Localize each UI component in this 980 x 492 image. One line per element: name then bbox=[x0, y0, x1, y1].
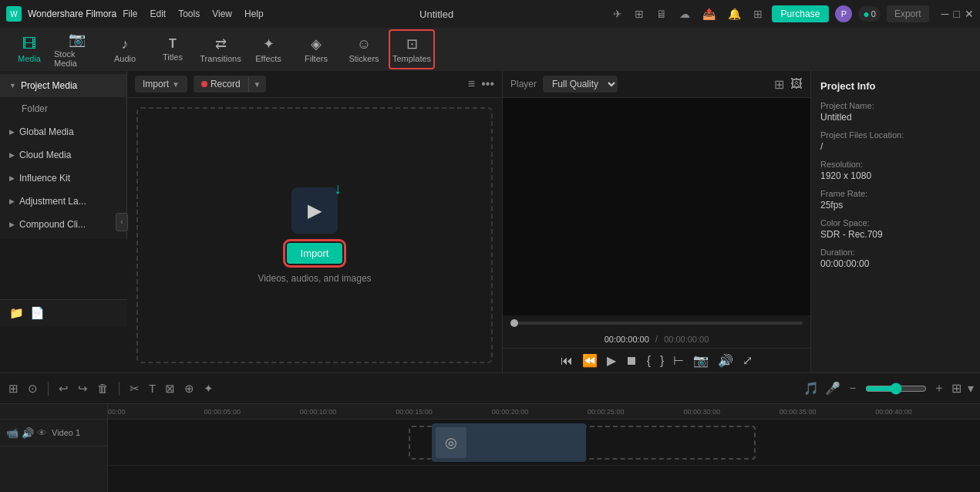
export-button[interactable]: Export bbox=[887, 5, 929, 22]
timeline-track-content: ◎ Drag and drop media and effects here t… bbox=[108, 420, 980, 492]
zoom-out-button[interactable]: － bbox=[847, 380, 859, 396]
sidebar-item-global-media[interactable]: ▶ Global Media bbox=[0, 120, 126, 143]
sidebar-folder-label: Folder bbox=[22, 103, 48, 114]
tool-effects[interactable]: ✦ Effects bbox=[245, 29, 291, 69]
templates-icon[interactable]: ⊞ bbox=[631, 6, 647, 22]
project-info-title: Project Info bbox=[820, 80, 971, 92]
stop-button[interactable]: ⏹ bbox=[625, 354, 638, 368]
tool-stickers[interactable]: ☺ Stickers bbox=[341, 29, 387, 69]
menu-tools[interactable]: Tools bbox=[178, 8, 200, 19]
timeline-area: ⊞ ⊙ ↩ ↪ 🗑 ✂ T ⊠ ⊕ ✦ 🎵 🎤 － ＋ ⊞ ▾ 📹 bbox=[0, 372, 980, 492]
audio-btn[interactable]: 🔊 bbox=[718, 353, 733, 368]
track-clip[interactable]: ◎ bbox=[432, 423, 586, 462]
menu-file[interactable]: File bbox=[123, 8, 137, 19]
menu-edit[interactable]: Edit bbox=[150, 8, 167, 19]
player-timeline-bar bbox=[503, 315, 810, 331]
voiceover-button[interactable]: 🎤 bbox=[825, 381, 840, 396]
filter-sort-button[interactable]: ≡ bbox=[468, 77, 475, 91]
tool-transitions[interactable]: ⇄ Transitions bbox=[197, 29, 244, 69]
audio-meter-button[interactable]: 🎵 bbox=[803, 381, 819, 396]
track-label-name: Video 1 bbox=[52, 428, 80, 437]
import-center-button[interactable]: Import bbox=[287, 243, 343, 264]
tool-filters[interactable]: ◈ Filters bbox=[293, 29, 339, 69]
zoom-in-button[interactable]: ＋ bbox=[933, 380, 945, 396]
toolbar-separator bbox=[48, 382, 49, 396]
hide-track-icon[interactable]: 👁 bbox=[37, 427, 47, 439]
sidebar-project-media-label: Project Media bbox=[21, 80, 77, 91]
tool-titles[interactable]: T Titles bbox=[150, 29, 196, 69]
more-options-button[interactable]: ••• bbox=[481, 77, 494, 91]
delete-button[interactable]: 🗑 bbox=[95, 379, 111, 397]
sidebar-item-project-media[interactable]: ▼ Project Media bbox=[0, 74, 126, 97]
skip-back-button[interactable]: ⏮ bbox=[561, 354, 573, 368]
scene-detect-button[interactable]: ⊞ bbox=[6, 379, 21, 398]
mute-track-icon[interactable]: 🔊 bbox=[22, 427, 34, 439]
minimize-icon[interactable]: ─ bbox=[941, 8, 949, 20]
snapshot-button[interactable]: 📷 bbox=[693, 353, 709, 368]
sidebar-item-cloud-media[interactable]: ▶ Cloud Media bbox=[0, 143, 126, 167]
project-resolution-row: Resolution: 1920 x 1080 bbox=[820, 160, 971, 181]
purchase-button[interactable]: Purchase bbox=[772, 5, 830, 22]
tool-filters-label: Filters bbox=[305, 54, 328, 63]
lock-track-icon[interactable]: 📹 bbox=[6, 427, 19, 439]
quality-select[interactable]: Full Quality bbox=[543, 76, 618, 93]
mark-in-button[interactable]: { bbox=[647, 354, 651, 368]
undo-button[interactable]: ↩ bbox=[56, 379, 71, 398]
import-subtitle: Videos, audios, and images bbox=[258, 273, 371, 284]
dots-icon[interactable]: ⊞ bbox=[750, 6, 766, 22]
zoom-slider[interactable] bbox=[865, 382, 927, 395]
grid-view-button[interactable]: ⊞ bbox=[951, 381, 961, 396]
tool-stock-media[interactable]: 📷 Stock Media bbox=[54, 29, 100, 69]
timeline-ruler[interactable]: 00:00 00:00:05:00 00:00:10:00 00:00:15:0… bbox=[108, 404, 980, 420]
cut-button[interactable]: ✂ bbox=[127, 379, 142, 398]
media-drop-zone[interactable]: ↓ ▶ Import Videos, audios, and images bbox=[136, 107, 493, 363]
player-grid-button[interactable]: ⊞ bbox=[774, 77, 784, 92]
ruler-mark-2: 00:00:10:00 bbox=[300, 408, 337, 416]
share-icon[interactable]: ✈ bbox=[610, 6, 625, 22]
player-image-button[interactable]: 🖼 bbox=[790, 77, 803, 91]
project-colorspace-row: Color Space: SDR - Rec.709 bbox=[820, 218, 971, 240]
play-button[interactable]: ▶ bbox=[607, 353, 616, 368]
frame-back-button[interactable]: ⏪ bbox=[582, 353, 598, 368]
more-options-button[interactable]: ▾ bbox=[968, 381, 974, 396]
track-icons: 📹 🔊 👁 bbox=[6, 427, 47, 439]
tool-stock-media-label: Stock Media bbox=[54, 49, 100, 68]
cloud-icon[interactable]: ☁ bbox=[676, 6, 693, 22]
sidebar: ▼ Project Media Folder ▶ Global Media ▶ … bbox=[0, 71, 127, 239]
project-resolution-value: 1920 x 1080 bbox=[820, 170, 971, 181]
ai-button[interactable]: ⊕ bbox=[182, 379, 197, 398]
tool-audio[interactable]: ♪ Audio bbox=[102, 29, 148, 69]
speed-button[interactable]: ✦ bbox=[201, 379, 216, 398]
player-progress-bar[interactable] bbox=[510, 322, 803, 325]
record-button[interactable]: Record bbox=[194, 76, 248, 93]
close-icon[interactable]: ✕ bbox=[965, 8, 974, 20]
notif-icon[interactable]: 🔔 bbox=[725, 6, 744, 22]
menu-help[interactable]: Help bbox=[244, 8, 264, 19]
sidebar-item-adjustment[interactable]: ▶ Adjustment La... bbox=[0, 190, 126, 213]
tool-media[interactable]: 🎞 Media bbox=[6, 29, 52, 69]
monitor-icon[interactable]: 🖥 bbox=[653, 6, 670, 22]
profile-avatar[interactable]: P bbox=[835, 5, 852, 22]
record-chevron-button[interactable]: ▼ bbox=[248, 77, 266, 92]
text-button[interactable]: T bbox=[146, 379, 158, 397]
ai-tools-button[interactable]: ⊙ bbox=[25, 379, 40, 398]
media-area: Import ▼ Record ▼ ≡ ••• ↓ ▶ Import bbox=[127, 71, 502, 372]
time-total: 00:00:00:00 bbox=[664, 335, 709, 344]
split-button[interactable]: ⊢ bbox=[673, 353, 684, 368]
upload-icon[interactable]: 📤 bbox=[699, 6, 719, 22]
redo-button[interactable]: ↪ bbox=[76, 379, 90, 398]
sidebar-item-compound[interactable]: ▶ Compound Cli... bbox=[0, 213, 126, 236]
import-button[interactable]: Import ▼ bbox=[135, 76, 187, 93]
sidebar-collapse-button[interactable]: ‹ bbox=[116, 213, 128, 231]
sidebar-item-folder[interactable]: Folder bbox=[0, 97, 126, 120]
crop-button[interactable]: ⊠ bbox=[163, 379, 177, 398]
mark-out-button[interactable]: } bbox=[660, 354, 664, 368]
maximize-icon[interactable]: □ bbox=[954, 8, 960, 20]
menu-view[interactable]: View bbox=[212, 8, 232, 19]
player-progress-thumb[interactable] bbox=[510, 319, 518, 327]
fullscreen-button[interactable]: ⤢ bbox=[743, 353, 753, 368]
ruler-mark-4: 00:00:20:00 bbox=[492, 408, 529, 416]
tool-templates[interactable]: ⊡ Templates bbox=[389, 29, 435, 69]
main-area: ▼ Project Media Folder ▶ Global Media ▶ … bbox=[0, 71, 980, 372]
sidebar-item-influence-kit[interactable]: ▶ Influence Kit bbox=[0, 167, 126, 190]
